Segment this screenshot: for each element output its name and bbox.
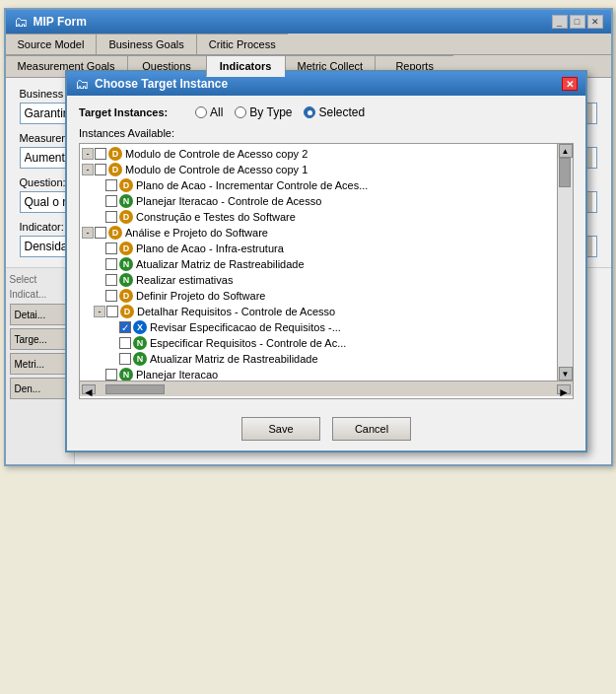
checkbox-6[interactable] (105, 243, 117, 254)
target-button[interactable]: Targe... (10, 328, 70, 350)
scroll-right-button[interactable]: ► (557, 384, 571, 394)
checkbox-7[interactable] (105, 258, 117, 270)
tree-item-5[interactable]: - D Análise e Projeto do Software (80, 225, 573, 241)
checkbox-3[interactable] (105, 195, 117, 207)
tab-indicators[interactable]: Indicators (206, 55, 285, 77)
radio-by-type-circle[interactable] (235, 106, 246, 118)
checkbox-13[interactable] (119, 353, 131, 365)
tree-item-3[interactable]: N Planejar Iteracao - Controle de Acesso (80, 193, 573, 209)
checkbox-4[interactable] (105, 211, 117, 223)
type-badge-4: D (119, 210, 133, 224)
tree-item-6[interactable]: D Plano de Acao - Infra-estrutura (80, 241, 573, 256)
checkbox-1[interactable] (95, 164, 106, 175)
item-text-2: Plano de Acao - Incrementar Controle de … (136, 179, 368, 191)
tree-item-4[interactable]: D Construção e Testes do Software (80, 209, 573, 225)
checkbox-0[interactable] (95, 148, 106, 160)
radio-all-circle[interactable] (195, 106, 207, 118)
close-button[interactable]: ✕ (587, 15, 603, 29)
checkbox-12[interactable] (119, 337, 131, 349)
dialog-title-left: 🗂 Choose Target Instance (75, 76, 228, 92)
detail-button[interactable]: Detai... (10, 304, 70, 325)
item-text-12: Especificar Requisitos - Controle de Ac.… (150, 337, 346, 349)
choose-target-dialog: 🗂 Choose Target Instance ✕ Target Instan… (65, 70, 587, 452)
radio-all[interactable]: All (195, 105, 223, 119)
type-badge-0: D (108, 147, 122, 161)
dialog-title-bar: 🗂 Choose Target Instance ✕ (67, 72, 585, 96)
tree-item-0[interactable]: - D Modulo de Controle de Acesso copy 2 (80, 146, 573, 162)
radio-by-type[interactable]: By Type (235, 105, 292, 119)
scroll-left-button[interactable]: ◄ (82, 384, 96, 394)
title-bar-left: 🗂 MIP Form (14, 14, 87, 30)
item-text-8: Realizar estimativas (136, 274, 233, 286)
type-badge-2: D (119, 178, 133, 192)
type-badge-9: D (119, 289, 133, 303)
tab-critic-process[interactable]: Critic Process (196, 34, 288, 54)
scroll-track[interactable] (558, 158, 573, 367)
dialog-close-button[interactable]: ✕ (562, 77, 578, 91)
radio-selected[interactable]: Selected (304, 105, 365, 119)
expander-0[interactable]: - (82, 148, 94, 160)
checkbox-2[interactable] (105, 179, 117, 191)
tree-item-11[interactable]: ✓ X Revisar Especificacao de Requisitos … (80, 319, 573, 335)
type-badge-7: N (119, 257, 133, 271)
type-badge-8: N (119, 273, 133, 287)
cancel-button[interactable]: Cancel (332, 417, 411, 441)
instances-label: Instances Available: (79, 127, 574, 139)
checkbox-11[interactable]: ✓ (119, 321, 131, 333)
radio-selected-dot (308, 110, 312, 115)
tree-item-13[interactable]: N Atualizar Matriz de Rastreabilidade (80, 351, 573, 367)
expander-5[interactable]: - (82, 227, 94, 239)
vertical-scrollbar[interactable]: ▲ ▼ (557, 144, 573, 381)
item-text-13: Atualizar Matriz de Rastreabilidade (150, 353, 318, 365)
dialog-icon: 🗂 (75, 76, 89, 92)
tree-item-7[interactable]: N Atualizar Matriz de Rastreabilidade (80, 256, 573, 272)
scroll-thumb[interactable] (559, 158, 571, 187)
dialog-title: Choose Target Instance (95, 77, 228, 91)
item-text-7: Atualizar Matriz de Rastreabilidade (136, 258, 305, 270)
checkbox-5[interactable] (95, 227, 106, 239)
tree-item-12[interactable]: N Especificar Requisitos - Controle de A… (80, 335, 573, 351)
scroll-up-button[interactable]: ▲ (559, 144, 573, 158)
tree-item-8[interactable]: N Realizar estimativas (80, 272, 573, 288)
tab-source-model[interactable]: Source Model (6, 34, 97, 54)
tree-item-2[interactable]: D Plano de Acao - Incrementar Controle d… (80, 177, 573, 193)
tree-item-14[interactable]: N Planejar Iteracao (80, 367, 573, 381)
dialog-footer: Save Cancel (67, 409, 585, 451)
checkbox-8[interactable] (105, 274, 117, 286)
expander-1[interactable]: - (82, 164, 94, 175)
target-instances-label: Target Instances: (79, 106, 187, 118)
item-text-10: Detalhar Requisitos - Controle de Acesso (137, 306, 335, 317)
den-button[interactable]: Den... (10, 378, 70, 399)
maximize-button[interactable]: □ (570, 15, 585, 29)
tree-inner[interactable]: - D Modulo de Controle de Acesso copy 2 … (80, 144, 573, 381)
select-label: Select (10, 274, 70, 285)
checkbox-14[interactable] (105, 369, 117, 381)
type-badge-13: N (133, 352, 147, 366)
item-text-14: Planejar Iteracao (136, 369, 218, 381)
checkbox-10[interactable] (106, 306, 118, 317)
tree-container: - D Modulo de Controle de Acesso copy 2 … (79, 143, 574, 399)
minimize-button[interactable]: _ (552, 15, 568, 29)
type-badge-11: X (133, 320, 147, 334)
checkbox-9[interactable] (105, 290, 117, 302)
type-badge-1: D (108, 163, 122, 176)
tree-item-1[interactable]: - D Modulo de Controle de Acesso copy 1 (80, 162, 573, 177)
item-text-3: Planejar Iteracao - Controle de Acesso (136, 195, 321, 207)
tab-business-goals[interactable]: Business Goals (96, 34, 195, 54)
radio-group: All By Type Selected (195, 105, 365, 119)
item-text-0: Modulo de Controle de Acesso copy 2 (125, 148, 308, 160)
item-text-1: Modulo de Controle de Acesso copy 1 (125, 164, 308, 175)
metric-button[interactable]: Metri... (10, 353, 70, 375)
window-title: MIP Form (34, 15, 87, 29)
expander-10[interactable]: - (94, 306, 105, 317)
save-button[interactable]: Save (241, 417, 320, 441)
tree-item-9[interactable]: D Definir Projeto do Software (80, 288, 573, 304)
scroll-down-button[interactable]: ▼ (559, 367, 573, 381)
horizontal-scrollbar[interactable]: ◄ ► (80, 381, 573, 396)
tree-item-10[interactable]: - D Detalhar Requisitos - Controle de Ac… (80, 304, 573, 319)
item-text-11: Revisar Especificacao de Requisitos -... (150, 321, 341, 333)
item-text-6: Plano de Acao - Infra-estrutura (136, 243, 284, 254)
h-scroll-thumb[interactable] (105, 384, 165, 394)
radio-selected-circle[interactable] (304, 106, 315, 118)
dialog-body: Target Instances: All By Type (67, 96, 585, 409)
